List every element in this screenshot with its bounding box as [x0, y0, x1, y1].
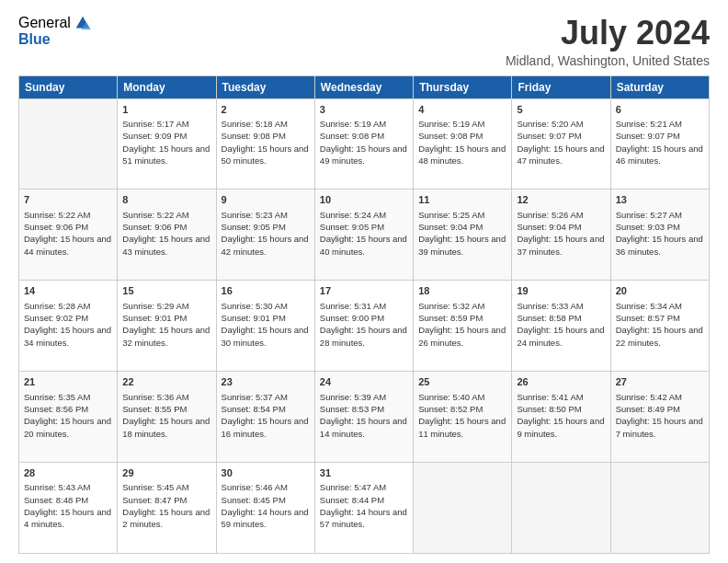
title-block: July 2024 Midland, Washington, United St…	[506, 15, 710, 68]
sunset: Sunset: 9:01 PM	[222, 313, 286, 323]
daylight: Daylight: 15 hours and 40 minutes.	[320, 234, 407, 256]
logo-icon	[74, 15, 91, 31]
sunrise: Sunrise: 5:31 AM	[320, 301, 386, 311]
calendar-cell: 19Sunrise: 5:33 AMSunset: 8:58 PMDayligh…	[512, 281, 610, 372]
sunset: Sunset: 9:00 PM	[320, 313, 384, 323]
calendar-week-row: 7Sunrise: 5:22 AMSunset: 9:06 PMDaylight…	[19, 190, 710, 281]
day-number: 2	[222, 103, 310, 117]
daylight: Daylight: 15 hours and 9 minutes.	[517, 416, 604, 438]
calendar-cell: 31Sunrise: 5:47 AMSunset: 8:44 PMDayligh…	[314, 463, 413, 554]
sunset: Sunset: 9:04 PM	[418, 222, 483, 232]
calendar-cell	[19, 98, 118, 190]
calendar-cell: 29Sunrise: 5:45 AMSunset: 8:47 PMDayligh…	[118, 463, 216, 554]
calendar-cell: 26Sunrise: 5:41 AMSunset: 8:50 PMDayligh…	[512, 372, 610, 463]
sunrise: Sunrise: 5:24 AM	[320, 210, 386, 220]
calendar-cell: 22Sunrise: 5:36 AMSunset: 8:55 PMDayligh…	[118, 372, 216, 463]
sunrise: Sunrise: 5:23 AM	[222, 210, 288, 220]
sunrise: Sunrise: 5:19 AM	[320, 119, 386, 129]
calendar-cell: 28Sunrise: 5:43 AMSunset: 8:48 PMDayligh…	[19, 463, 118, 554]
calendar-cell: 5Sunrise: 5:20 AMSunset: 9:07 PMDaylight…	[512, 98, 610, 190]
calendar-cell: 4Sunrise: 5:19 AMSunset: 9:08 PMDaylight…	[414, 98, 512, 190]
sunrise: Sunrise: 5:40 AM	[418, 392, 484, 402]
sunset: Sunset: 8:50 PM	[517, 404, 581, 414]
calendar-day-header: Monday	[118, 75, 216, 98]
sunset: Sunset: 8:55 PM	[122, 404, 187, 414]
daylight: Daylight: 15 hours and 26 minutes.	[418, 325, 506, 347]
day-number: 27	[616, 375, 704, 389]
sunrise: Sunrise: 5:43 AM	[24, 482, 90, 492]
day-number: 3	[320, 103, 408, 117]
calendar-day-header: Tuesday	[216, 75, 314, 98]
calendar-cell	[512, 463, 610, 554]
sunset: Sunset: 8:54 PM	[222, 404, 286, 414]
calendar-week-row: 21Sunrise: 5:35 AMSunset: 8:56 PMDayligh…	[19, 372, 710, 463]
day-number: 6	[616, 103, 704, 117]
calendar-cell	[414, 463, 512, 554]
sunrise: Sunrise: 5:18 AM	[222, 119, 288, 129]
sunset: Sunset: 9:02 PM	[24, 313, 88, 323]
logo-general: General	[18, 15, 71, 31]
calendar-cell: 18Sunrise: 5:32 AMSunset: 8:59 PMDayligh…	[414, 281, 512, 372]
sunset: Sunset: 9:08 PM	[418, 131, 483, 141]
sunrise: Sunrise: 5:46 AM	[222, 482, 288, 492]
day-number: 9	[222, 193, 310, 207]
calendar-cell: 30Sunrise: 5:46 AMSunset: 8:45 PMDayligh…	[216, 463, 314, 554]
daylight: Daylight: 15 hours and 39 minutes.	[418, 234, 506, 256]
sunset: Sunset: 8:45 PM	[222, 495, 286, 505]
sunset: Sunset: 9:06 PM	[122, 222, 187, 232]
sunset: Sunset: 8:56 PM	[24, 404, 88, 414]
day-number: 29	[122, 466, 210, 480]
calendar-cell: 25Sunrise: 5:40 AMSunset: 8:52 PMDayligh…	[414, 372, 512, 463]
calendar-cell: 6Sunrise: 5:21 AMSunset: 9:07 PMDaylight…	[610, 98, 709, 190]
calendar-cell: 15Sunrise: 5:29 AMSunset: 9:01 PMDayligh…	[118, 281, 216, 372]
sunset: Sunset: 9:08 PM	[320, 131, 384, 141]
calendar-cell: 14Sunrise: 5:28 AMSunset: 9:02 PMDayligh…	[19, 281, 118, 372]
calendar-cell: 8Sunrise: 5:22 AMSunset: 9:06 PMDaylight…	[118, 190, 216, 281]
calendar-cell: 17Sunrise: 5:31 AMSunset: 9:00 PMDayligh…	[314, 281, 413, 372]
calendar-day-header: Sunday	[19, 75, 118, 98]
calendar-cell: 24Sunrise: 5:39 AMSunset: 8:53 PMDayligh…	[314, 372, 413, 463]
daylight: Daylight: 15 hours and 50 minutes.	[222, 144, 309, 166]
day-number: 24	[320, 375, 408, 389]
sunrise: Sunrise: 5:21 AM	[616, 119, 682, 129]
sunset: Sunset: 9:09 PM	[122, 131, 187, 141]
calendar-cell: 13Sunrise: 5:27 AMSunset: 9:03 PMDayligh…	[610, 190, 709, 281]
calendar-cell: 12Sunrise: 5:26 AMSunset: 9:04 PMDayligh…	[512, 190, 610, 281]
calendar-cell: 9Sunrise: 5:23 AMSunset: 9:05 PMDaylight…	[216, 190, 314, 281]
calendar-week-row: 28Sunrise: 5:43 AMSunset: 8:48 PMDayligh…	[19, 463, 710, 554]
month-title: July 2024	[506, 15, 710, 52]
day-number: 19	[517, 284, 605, 298]
calendar: SundayMondayTuesdayWednesdayThursdayFrid…	[18, 75, 710, 554]
day-number: 1	[122, 103, 210, 117]
calendar-day-header: Saturday	[610, 75, 709, 98]
sunrise: Sunrise: 5:41 AM	[517, 392, 583, 402]
daylight: Daylight: 15 hours and 24 minutes.	[517, 325, 604, 347]
sunset: Sunset: 8:53 PM	[320, 404, 384, 414]
day-number: 28	[24, 466, 112, 480]
day-number: 13	[616, 193, 704, 207]
daylight: Daylight: 15 hours and 37 minutes.	[517, 234, 604, 256]
sunset: Sunset: 9:06 PM	[24, 222, 88, 232]
daylight: Daylight: 15 hours and 49 minutes.	[320, 144, 407, 166]
sunset: Sunset: 9:03 PM	[616, 222, 680, 232]
calendar-cell: 16Sunrise: 5:30 AMSunset: 9:01 PMDayligh…	[216, 281, 314, 372]
sunrise: Sunrise: 5:39 AM	[320, 392, 386, 402]
sunrise: Sunrise: 5:36 AM	[122, 392, 188, 402]
daylight: Daylight: 15 hours and 7 minutes.	[616, 416, 703, 438]
sunset: Sunset: 9:05 PM	[222, 222, 286, 232]
calendar-cell	[610, 463, 709, 554]
day-number: 17	[320, 284, 408, 298]
day-number: 21	[24, 375, 112, 389]
sunset: Sunset: 9:07 PM	[616, 131, 680, 141]
daylight: Daylight: 15 hours and 20 minutes.	[24, 416, 111, 438]
daylight: Daylight: 15 hours and 11 minutes.	[418, 416, 506, 438]
sunset: Sunset: 9:05 PM	[320, 222, 384, 232]
daylight: Daylight: 15 hours and 30 minutes.	[222, 325, 309, 347]
day-number: 22	[122, 375, 210, 389]
sunset: Sunset: 8:48 PM	[24, 495, 88, 505]
day-number: 5	[517, 103, 605, 117]
calendar-cell: 10Sunrise: 5:24 AMSunset: 9:05 PMDayligh…	[314, 190, 413, 281]
daylight: Daylight: 15 hours and 2 minutes.	[122, 507, 210, 529]
daylight: Daylight: 15 hours and 51 minutes.	[122, 144, 210, 166]
day-number: 8	[122, 193, 210, 207]
